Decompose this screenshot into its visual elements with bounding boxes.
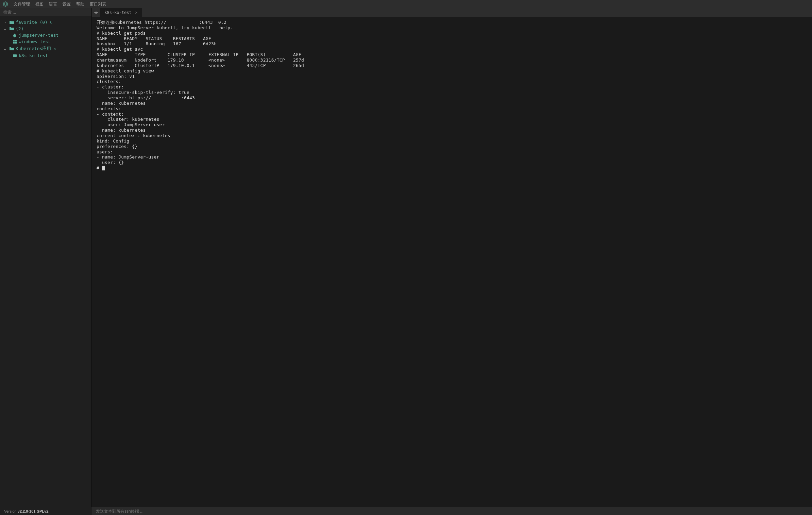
tree-item-label: jumpserver-test: [19, 33, 58, 38]
tree-label: (2): [16, 26, 23, 31]
svg-point-3: [14, 33, 16, 35]
menu-window-list[interactable]: 窗口列表: [90, 1, 106, 7]
k8s-icon: [12, 54, 17, 57]
tree-label: Kubernetes应用: [16, 46, 51, 52]
broadcast-bar: [92, 507, 812, 515]
menu-file-management[interactable]: 文件管理: [14, 1, 30, 7]
search-bar: [0, 8, 91, 16]
windows-icon: [12, 40, 17, 44]
tree-group-assets[interactable]: ⌄ (2): [0, 26, 91, 32]
tree-item-jumpserver-test[interactable]: jumpserver-test: [0, 32, 91, 38]
refresh-icon[interactable]: ↻: [53, 47, 56, 51]
sidebar: › favorite (0) ↻ ⌄ (2) jumpserver-tes: [0, 8, 92, 507]
terminal-cursor: [102, 166, 105, 170]
terminal-area: ◀▶ k8s-ko-test × 开始连接Kubernetes https://…: [92, 8, 812, 507]
folder-icon: [9, 27, 14, 31]
tabbar: ◀▶ k8s-ko-test ×: [92, 8, 812, 17]
terminal-output[interactable]: 开始连接Kubernetes https:// :6443 0.2 Welcom…: [92, 17, 812, 507]
app-logo-icon: [3, 1, 8, 7]
svg-rect-4: [13, 40, 15, 41]
tab-k8s-ko-test[interactable]: k8s-ko-test ×: [100, 8, 142, 17]
version-text: v2.2.0-101 GPLv2.: [18, 509, 50, 513]
menubar: 文件管理 视图 语言 设置 帮助 窗口列表: [0, 0, 812, 8]
svg-rect-8: [13, 54, 17, 57]
linux-icon: [12, 33, 17, 37]
svg-rect-7: [15, 42, 17, 44]
broadcast-input[interactable]: [96, 509, 808, 514]
tree-item-label: k8s-ko-test: [19, 53, 48, 58]
svg-rect-6: [13, 42, 15, 44]
tree-group-favorite[interactable]: › favorite (0) ↻: [0, 19, 91, 26]
chevron-down-icon: ⌄: [4, 47, 7, 51]
chevron-right-icon: ›: [4, 20, 7, 24]
tab-nav-arrows[interactable]: ◀▶: [92, 8, 100, 17]
tab-label: k8s-ko-test: [104, 10, 131, 15]
folder-icon: [9, 47, 14, 51]
svg-marker-1: [4, 3, 6, 5]
tree-group-kubernetes[interactable]: ⌄ Kubernetes应用 ↻: [0, 45, 91, 52]
refresh-icon[interactable]: ↻: [50, 20, 52, 24]
menu-help[interactable]: 帮助: [76, 1, 84, 7]
footer: Version v2.2.0-101 GPLv2.: [0, 507, 812, 515]
svg-marker-0: [3, 2, 7, 6]
tree-item-k8s-ko-test[interactable]: k8s-ko-test: [0, 52, 91, 59]
close-icon[interactable]: ×: [135, 10, 138, 15]
menu-view[interactable]: 视图: [35, 1, 44, 7]
tree-item-label: windows-test: [19, 39, 51, 44]
version-bar: Version v2.2.0-101 GPLv2.: [0, 507, 92, 515]
tree-label: favorite (0): [16, 20, 48, 25]
svg-rect-5: [15, 40, 17, 41]
menu-settings[interactable]: 设置: [63, 1, 71, 7]
tree-item-windows-test[interactable]: windows-test: [0, 38, 91, 45]
search-input[interactable]: [3, 10, 88, 15]
menu-language[interactable]: 语言: [49, 1, 57, 7]
asset-tree: › favorite (0) ↻ ⌄ (2) jumpserver-tes: [0, 16, 91, 507]
version-prefix: Version: [4, 509, 17, 513]
folder-icon: [9, 20, 14, 24]
chevron-down-icon: ⌄: [4, 27, 7, 31]
